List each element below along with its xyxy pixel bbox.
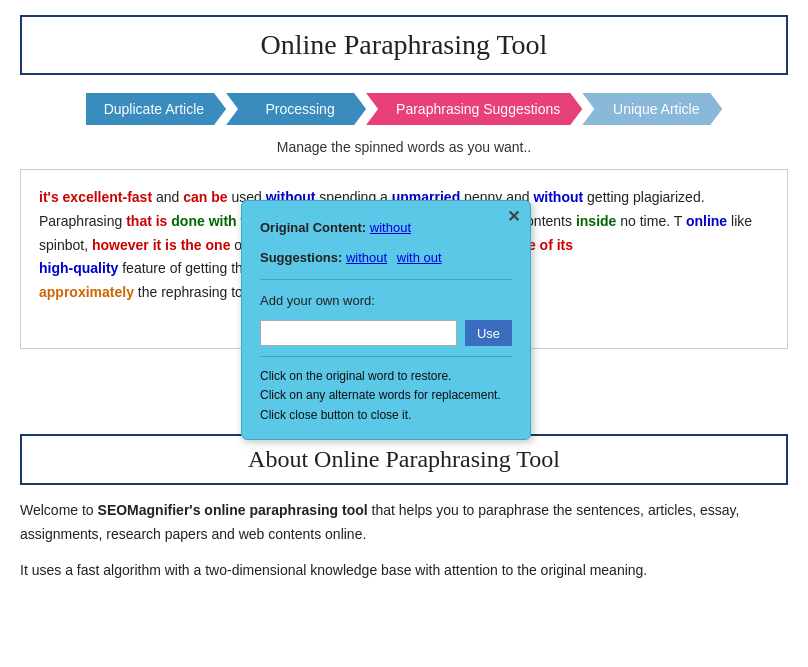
word-online[interactable]: online bbox=[686, 213, 727, 229]
instruction-1: Click on the original word to restore. bbox=[260, 367, 512, 386]
word-can-be[interactable]: can be bbox=[183, 189, 227, 205]
add-word-label-row: Add your own word: bbox=[260, 290, 512, 312]
step-processing[interactable]: Processing bbox=[226, 93, 366, 125]
popup-box: ✕ Original Content: without Suggestions:… bbox=[241, 200, 531, 440]
step-duplicate[interactable]: Duplicate Article bbox=[86, 93, 226, 125]
step-unique[interactable]: Unique Article bbox=[582, 93, 722, 125]
main-title: Online Paraphrasing Tool bbox=[42, 29, 766, 61]
subtitle: Manage the spinned words as you want.. bbox=[20, 139, 788, 155]
suggestion2-link[interactable]: with out bbox=[397, 250, 442, 265]
popup-overlay: ✕ Original Content: without Suggestions:… bbox=[241, 200, 531, 440]
popup-instructions: Click on the original word to restore. C… bbox=[260, 367, 512, 425]
about-title: About Online Paraphrasing Tool bbox=[42, 446, 766, 473]
about-paragraph2: It uses a fast algorithm with a two-dime… bbox=[20, 559, 788, 583]
suggestions-label: Suggestions: bbox=[260, 250, 342, 265]
step-paraphrasing[interactable]: Paraphrasing Suggestions bbox=[366, 93, 582, 125]
about-title-box: About Online Paraphrasing Tool bbox=[20, 434, 788, 485]
word-high-quality[interactable]: high-quality bbox=[39, 260, 118, 276]
popup-input-row: Use bbox=[260, 320, 512, 346]
steps-bar: Duplicate Article Processing Paraphrasin… bbox=[20, 93, 788, 125]
word-however-it[interactable]: however it is the one bbox=[92, 237, 230, 253]
add-word-input[interactable] bbox=[260, 320, 457, 346]
text-content-box: it's excellent-fast and can be used with… bbox=[20, 169, 788, 349]
use-button[interactable]: Use bbox=[465, 320, 512, 346]
instruction-3: Click close button to close it. bbox=[260, 406, 512, 425]
popup-suggestions-row: Suggestions: without with out bbox=[260, 247, 512, 269]
popup-divider bbox=[260, 279, 512, 280]
popup-original-row: Original Content: without bbox=[260, 217, 512, 239]
suggestion1-link[interactable]: without bbox=[346, 250, 387, 265]
popup-close-button[interactable]: ✕ bbox=[507, 207, 520, 226]
word-that-is[interactable]: that is bbox=[126, 213, 167, 229]
main-title-box: Online Paraphrasing Tool bbox=[20, 15, 788, 75]
about-paragraph1: Welcome to SEOMagnifier's online paraphr… bbox=[20, 499, 788, 547]
original-word-link[interactable]: without bbox=[370, 220, 411, 235]
instruction-2: Click on any alternate words for replace… bbox=[260, 386, 512, 405]
original-label: Original Content: bbox=[260, 220, 366, 235]
word-inside[interactable]: inside bbox=[576, 213, 616, 229]
popup-divider2 bbox=[260, 356, 512, 357]
word-approximately[interactable]: approximately bbox=[39, 284, 134, 300]
add-word-label: Add your own word: bbox=[260, 293, 375, 308]
word-without2[interactable]: without bbox=[533, 189, 583, 205]
word-excellent-fast[interactable]: it's excellent-fast bbox=[39, 189, 152, 205]
